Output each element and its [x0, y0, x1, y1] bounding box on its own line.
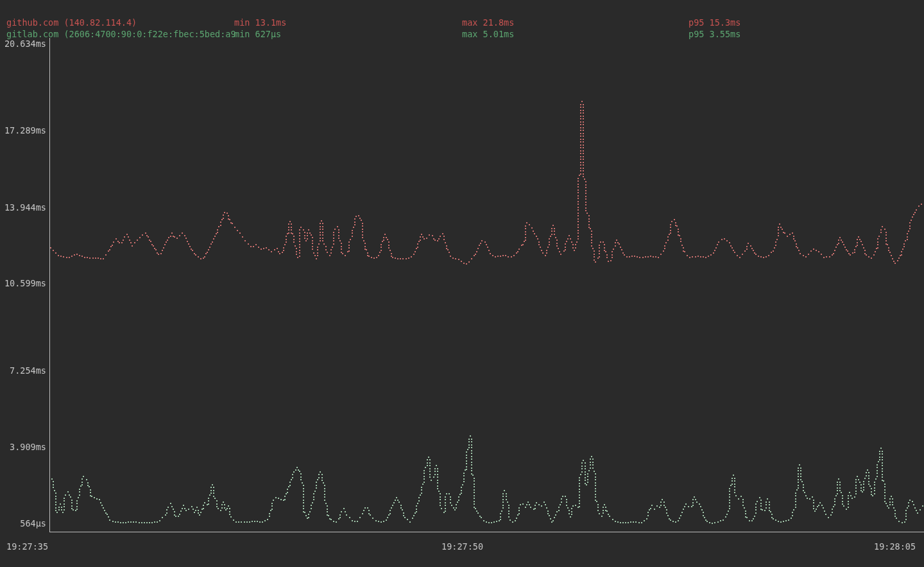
latency-graph-canvas: [0, 0, 924, 567]
y-tick-label-6: 564µs: [0, 518, 46, 529]
y-tick-label-1: 17.289ms: [0, 125, 46, 136]
y-tick-label-4: 7.254ms: [0, 365, 46, 376]
y-tick-label-3: 10.599ms: [0, 277, 46, 289]
y-tick-label-2: 13.944ms: [0, 202, 46, 213]
x-tick-label-middle: 19:27:50: [441, 541, 483, 552]
host-github-p95-stat: p95 15.3ms: [689, 17, 740, 28]
host-github-min-stat: min 13.1ms: [234, 17, 286, 28]
y-tick-label-5: 3.909ms: [0, 441, 46, 453]
y-tick-label-0: 20.634ms: [0, 38, 46, 49]
terminal-latency-graph: github.com (140.82.114.4) min 13.1ms max…: [0, 0, 924, 567]
host-github-max-stat: max 21.8ms: [462, 17, 514, 28]
y-axis-line: [49, 38, 50, 532]
host-gitlab-max-stat: max 5.01ms: [462, 28, 514, 40]
x-axis-line: [49, 532, 924, 532]
host-label-github: github.com (140.82.114.4): [6, 17, 137, 28]
host-gitlab-p95-stat: p95 3.55ms: [689, 28, 740, 40]
x-tick-label-start: 19:27:35: [6, 541, 48, 552]
x-tick-label-end: 19:28:05: [874, 541, 916, 552]
host-gitlab-min-stat: min 627µs: [234, 28, 281, 40]
